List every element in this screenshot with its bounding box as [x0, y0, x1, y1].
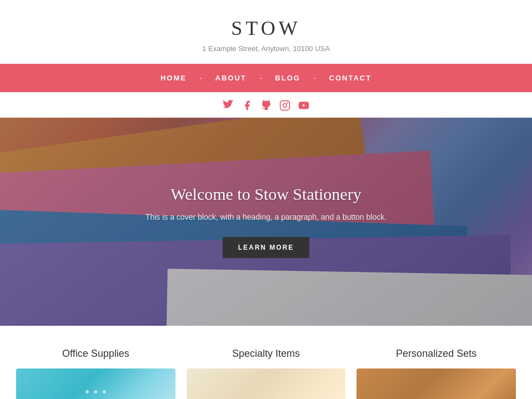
site-address: 1 Example Street, Anytown, 10100 USA [11, 44, 521, 53]
facebook-link[interactable] [242, 99, 253, 111]
twitter-link[interactable] [223, 99, 234, 111]
hero-title: Welcome to Stow Stationery [145, 185, 387, 204]
category-image-personalized[interactable] [357, 368, 516, 399]
nav-link-contact[interactable]: CONTACT [316, 64, 385, 92]
category-office-supplies: Office Supplies [16, 348, 175, 399]
categories-section: Office Supplies Specialty Items Personal… [0, 326, 532, 399]
category-title-specialty: Specialty Items [187, 348, 346, 360]
nav-item-contact[interactable]: CONTACT [316, 64, 385, 92]
site-title: STOW [11, 17, 521, 40]
nav-item-home[interactable]: HOME [147, 64, 200, 92]
svg-rect-0 [280, 101, 290, 110]
hero-content: Welcome to Stow Stationery This is a cov… [134, 174, 398, 269]
youtube-icon [298, 100, 309, 111]
nav-item-blog[interactable]: BLOG [262, 64, 314, 92]
category-image-specialty[interactable] [187, 368, 346, 399]
nav-item-about[interactable]: ABOUT [202, 64, 260, 92]
category-title-office: Office Supplies [16, 348, 175, 360]
nav-link-about[interactable]: ABOUT [202, 64, 260, 92]
nav-list: HOME ● ABOUT ● BLOG ● CONTACT [0, 64, 532, 92]
category-title-personalized: Personalized Sets [357, 348, 516, 360]
hero-section: Welcome to Stow Stationery This is a cov… [0, 118, 532, 326]
learn-more-button[interactable]: LEARN MORE [223, 237, 310, 258]
youtube-link[interactable] [298, 99, 309, 111]
categories-grid: Office Supplies Specialty Items Personal… [16, 348, 516, 399]
site-header: STOW 1 Example Street, Anytown, 10100 US… [0, 0, 532, 64]
svg-point-1 [283, 104, 287, 108]
nav-link-home[interactable]: HOME [147, 64, 200, 92]
svg-point-2 [287, 102, 288, 104]
category-image-office[interactable] [16, 368, 175, 399]
nav-link-blog[interactable]: BLOG [262, 64, 314, 92]
twitter-icon [223, 100, 234, 111]
instagram-icon [279, 100, 290, 111]
social-bar [0, 92, 532, 118]
category-personalized-sets: Personalized Sets [357, 348, 516, 399]
github-icon [260, 100, 272, 111]
main-nav: HOME ● ABOUT ● BLOG ● CONTACT [0, 64, 532, 92]
github-link[interactable] [260, 99, 272, 111]
hero-subtitle: This is a cover block, with a heading, a… [145, 213, 387, 221]
instagram-link[interactable] [279, 99, 290, 111]
category-specialty-items: Specialty Items [187, 348, 346, 399]
facebook-icon [242, 100, 253, 111]
